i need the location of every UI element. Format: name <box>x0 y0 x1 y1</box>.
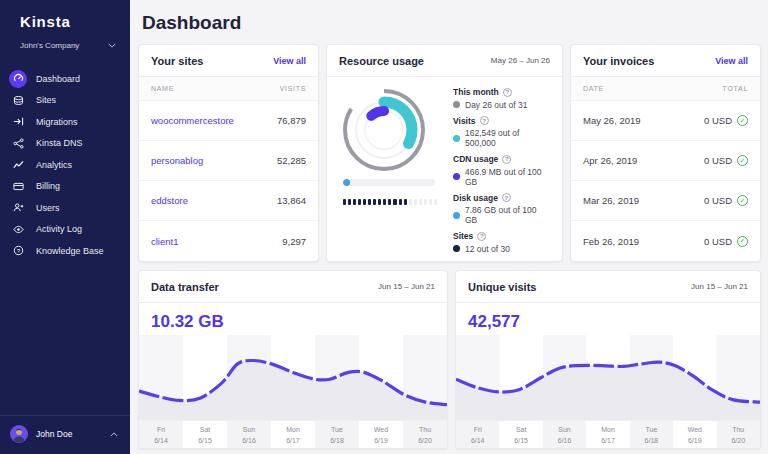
resource-stats: This month? Day 26 out of 31 Visits? 162… <box>453 86 550 260</box>
help-icon[interactable]: ? <box>503 88 512 97</box>
col-total: TOTAL <box>723 85 748 92</box>
site-row: woocommercestore 76,879 <box>139 101 318 141</box>
sidebar-item-label: Sites <box>36 95 56 105</box>
sidebar-item-dashboard[interactable]: Dashboard <box>0 68 130 90</box>
stat-dot <box>453 245 460 252</box>
dash-segment <box>363 199 366 205</box>
unique-visits-title: Unique visits <box>468 281 536 293</box>
unique-visits-range: Jun 15 – Jun 21 <box>691 282 748 291</box>
stat-value: 7.86 GB out of 100 GB <box>465 205 550 225</box>
axis-day-cell: Thu6/20 <box>403 421 447 448</box>
user-menu[interactable]: John Doe <box>0 415 130 454</box>
site-row: client1 9,297 <box>139 221 318 261</box>
site-link[interactable]: eddstore <box>151 195 188 206</box>
invoice-total: 0 USD <box>704 236 732 247</box>
sidebar-item-label: Kinsta DNS <box>36 138 83 148</box>
unique-visits-value: 42,577 <box>456 303 760 335</box>
stat-dot <box>453 212 460 219</box>
users-icon <box>9 199 27 217</box>
sites-dash-bar <box>343 199 437 205</box>
migrations-icon <box>9 113 27 131</box>
site-visits: 76,879 <box>277 115 306 126</box>
dash-segment <box>353 199 356 205</box>
invoice-row[interactable]: May 26, 2019 0 USD✓ <box>571 101 760 141</box>
unique-visits-axis: Fri6/14Sat6/15Sun6/16Mon6/17Tue6/18Wed6/… <box>456 420 760 448</box>
stat-value: Day 26 out of 31 <box>465 100 527 110</box>
help-icon[interactable]: ? <box>502 193 511 202</box>
invoice-row[interactable]: Apr 26, 2019 0 USD✓ <box>571 141 760 181</box>
site-visits: 9,297 <box>282 236 306 247</box>
axis-day-cell: Fri6/14 <box>456 421 499 448</box>
dash-segment <box>358 199 361 205</box>
dash-segment <box>434 199 437 205</box>
stat-label: Disk usage <box>453 193 498 203</box>
dash-segment <box>424 199 427 205</box>
data-transfer-chart <box>139 335 447 420</box>
paid-check-icon: ✓ <box>737 236 748 247</box>
invoices-view-all-link[interactable]: View all <box>715 56 748 66</box>
sidebar-item-analytics[interactable]: Analytics <box>0 154 130 176</box>
invoice-row[interactable]: Feb 26, 2019 0 USD✓ <box>571 221 760 261</box>
company-selector[interactable]: John's Company <box>0 30 130 60</box>
resource-date-range: May 26 – Jun 26 <box>491 56 550 65</box>
stat-dot <box>453 101 460 108</box>
invoice-total: 0 USD <box>704 115 732 126</box>
site-visits: 52,285 <box>277 155 306 166</box>
sidebar-item-knowledge-base[interactable]: ? Knowledge Base <box>0 240 130 262</box>
invoice-date: Apr 26, 2019 <box>583 155 637 166</box>
sidebar-item-label: Migrations <box>36 117 78 127</box>
knowledge-base-icon: ? <box>9 242 27 260</box>
sites-table-header: NAME VISITS <box>139 77 318 101</box>
stat-label: This month <box>453 87 499 97</box>
sidebar-item-label: Dashboard <box>36 74 80 84</box>
invoice-total: 0 USD <box>704 155 732 166</box>
data-transfer-title: Data transfer <box>151 281 219 293</box>
help-icon[interactable]: ? <box>480 116 489 125</box>
sidebar-item-label: Analytics <box>36 160 72 170</box>
sidebar-item-users[interactable]: Users <box>0 197 130 219</box>
dash-segment <box>378 199 381 205</box>
site-link[interactable]: personablog <box>151 155 203 166</box>
stat-dot <box>453 135 460 142</box>
stat-value: 162,549 out of 500,000 <box>465 128 550 148</box>
site-visits: 13,864 <box>277 195 306 206</box>
sites-view-all-link[interactable]: View all <box>273 56 306 66</box>
help-icon[interactable]: ? <box>502 155 511 164</box>
data-transfer-range: Jun 15 – Jun 21 <box>378 282 435 291</box>
disk-usage-bar <box>343 179 435 186</box>
axis-day-cell: Wed6/19 <box>359 421 403 448</box>
col-name: NAME <box>151 85 174 92</box>
dash-segment <box>399 199 402 205</box>
dash-segment <box>388 199 391 205</box>
resource-card-title: Resource usage <box>339 55 424 67</box>
help-icon[interactable]: ? <box>477 232 486 241</box>
dash-segment <box>419 199 422 205</box>
page-title: Dashboard <box>142 12 761 34</box>
svg-text:?: ? <box>16 248 20 254</box>
invoice-row[interactable]: Mar 26, 2019 0 USD✓ <box>571 181 760 221</box>
stat-label: Sites <box>453 231 473 241</box>
your-sites-card: Your sites View all NAME VISITS woocomme… <box>138 44 319 262</box>
analytics-icon <box>9 156 27 174</box>
sidebar-item-activity-log[interactable]: Activity Log <box>0 219 130 241</box>
sidebar-item-migrations[interactable]: Migrations <box>0 111 130 133</box>
col-date: DATE <box>583 85 604 92</box>
invoices-table-header: DATE TOTAL <box>571 77 760 101</box>
sidebar-item-label: Activity Log <box>36 224 82 234</box>
dash-segment <box>373 199 376 205</box>
axis-day-cell: Sat6/15 <box>183 421 227 448</box>
stat-visits: Visits? 162,549 out of 500,000 <box>453 116 550 149</box>
main-content: Dashboard Your sites View all NAME VISIT… <box>130 0 768 449</box>
axis-day-cell: Tue6/18 <box>315 421 359 448</box>
chevron-up-icon <box>110 432 118 437</box>
axis-day-cell: Sun6/16 <box>227 421 271 448</box>
sidebar-item-billing[interactable]: Billing <box>0 176 130 198</box>
stat-sites: Sites? 12 out of 30 <box>453 231 550 254</box>
site-link[interactable]: woocommercestore <box>151 115 234 126</box>
axis-day-cell: Mon6/17 <box>586 421 629 448</box>
site-link[interactable]: client1 <box>151 236 178 247</box>
sidebar-item-sites[interactable]: Sites <box>0 90 130 112</box>
sidebar-item-kinsta-dns[interactable]: Kinsta DNS <box>0 133 130 155</box>
resource-donut-chart <box>341 87 427 173</box>
stat-value: 12 out of 30 <box>465 244 510 254</box>
